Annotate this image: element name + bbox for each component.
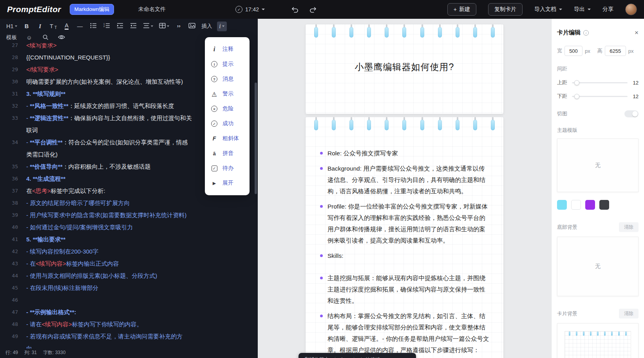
preview-toggle-button[interactable] [56, 33, 66, 43]
ordered-list-button[interactable]: 12 [102, 22, 112, 31]
cursor-column: 列: 31 [24, 349, 37, 356]
code-line[interactable]: 44- 使用与原文相同的排版元素(如小标题、分段方式) [4, 270, 258, 282]
bottom-margin-slider[interactable] [572, 96, 628, 97]
code-line[interactable]: 40- 如何通过金句/提问/案例增强文章吸引力 [4, 221, 258, 233]
code-line[interactable]: 48- 请在<续写内容>标签内写下你续写的内容。 [4, 318, 258, 330]
top-margin-slider[interactable] [572, 82, 628, 83]
bullet-list-button[interactable] [89, 22, 98, 31]
binder-clip [618, 331, 620, 336]
theme-color-swatch[interactable] [557, 200, 567, 210]
editor-toolbar-primary: H1 B I TT A — 12 ” 插入 i [0, 19, 258, 32]
bottom-bg-clear-button[interactable]: 清除 [619, 222, 639, 232]
line-number: 30 [4, 76, 18, 88]
height-label: 高 [597, 47, 602, 54]
theme-color-swatch[interactable] [585, 200, 595, 210]
line-number: 46 [4, 294, 18, 306]
table-button[interactable] [158, 22, 170, 31]
line-text: 向。 [26, 342, 38, 349]
width-input[interactable]: 500 [564, 46, 582, 56]
font-color-button[interactable]: A [62, 22, 72, 31]
font-size-button[interactable]: TT [49, 22, 58, 31]
line-text: - 使用与原文相同的排版元素(如小标题、分段方式) [26, 270, 157, 282]
line-number: 31 [4, 88, 18, 100]
search-button[interactable] [40, 33, 50, 43]
preview-title-card[interactable]: 小墨鹰编辑器如何使用? [306, 24, 503, 114]
copy-card-button[interactable]: 复制卡片 [488, 3, 523, 16]
redo-button[interactable] [309, 6, 317, 13]
new-button[interactable]: +新建 [447, 3, 476, 16]
code-line[interactable]: 45- 在段末用(续)标注新增部分 [4, 282, 258, 294]
code-line[interactable]: 415. **输出要求** [4, 233, 258, 245]
indent-decrease-button[interactable] [128, 22, 138, 31]
line-text: 4. **生成流程** [26, 173, 65, 185]
code-line[interactable]: 43- 在<续写内容>标签内输出正式内容 [4, 257, 258, 270]
line-text: 类需口语化) [26, 148, 58, 160]
indent-increase-button[interactable] [115, 22, 125, 31]
preview-content-card[interactable]: Role: 公众号推文撰写专家Background: 用户需要续写公众号推文，这… [306, 117, 503, 358]
share-button[interactable]: 分享 [602, 6, 613, 13]
code-line[interactable]: 39- 用户续写要求中的隐含需求(如需要数据支撑时补充统计资料) [4, 209, 258, 221]
export-button[interactable]: 导出 [574, 6, 591, 13]
slice-toggle[interactable] [624, 110, 639, 117]
bottom-bg-box[interactable]: 无 [557, 237, 639, 296]
code-line[interactable]: 47- **示例输出格式**: [4, 306, 258, 318]
code-line[interactable]: 49- 若现有内容或续写要求信息不足，请主动询问需要补充的方 [4, 330, 258, 342]
code-line[interactable]: 46 [4, 294, 258, 306]
inline-style-button[interactable]: i [217, 22, 227, 31]
close-icon[interactable]: × [635, 29, 639, 36]
divider-button[interactable]: — [75, 22, 85, 31]
heading-button[interactable]: H1 [5, 22, 18, 31]
sync-status[interactable]: ✓ 17:42 [235, 6, 265, 13]
align-button[interactable] [142, 22, 154, 31]
bold-button[interactable]: B [22, 22, 32, 31]
avatar[interactable] [625, 4, 637, 15]
line-text: 明确需要扩展的方向(如补充案例、深化论点、增加互动性等) [26, 76, 183, 88]
emoji-button[interactable]: ☺ [24, 33, 34, 43]
import-doc-button[interactable]: 导入文档 [534, 6, 562, 13]
code-line[interactable]: 38- 原文的结尾部分暗示了哪些可扩展方向 [4, 197, 258, 209]
markdown-mode-badge[interactable]: Markdown编辑 [70, 4, 114, 15]
insert-menu-item[interactable]: !提示 [205, 57, 250, 72]
binder-clip [438, 24, 442, 38]
document-title[interactable]: 未命名文件 [138, 6, 166, 13]
binder-clip [583, 331, 584, 336]
code-line[interactable]: 42- 续写内容控制在200-300字 [4, 245, 258, 257]
chevron-down-icon [262, 9, 265, 10]
card-bg-clear-button[interactable]: 清除 [619, 309, 639, 318]
template-button[interactable]: 模板 [5, 33, 18, 43]
insert-menu-item[interactable]: F粗斜体 [205, 131, 250, 146]
quote-button[interactable]: ” [174, 22, 184, 31]
insert-menu-item[interactable]: ā拼音 [205, 146, 250, 161]
preview-paragraph: Role: 公众号推文撰写专家 [320, 148, 489, 159]
top-margin-row: 上距 12 [557, 79, 639, 86]
theme-color-swatch[interactable] [599, 200, 609, 210]
line-text: - 在<续写内容>标签内输出正式内容 [26, 257, 119, 270]
translate-button[interactable]: 翻译为英文 [305, 356, 329, 358]
image-icon [188, 23, 195, 30]
height-input[interactable]: 6255 [605, 46, 626, 56]
line-number: 38 [4, 197, 18, 209]
line-text: - **平台调性**：符合公众号的定位(如知识分享类需严谨，情感 [26, 136, 188, 148]
insert-menu-item[interactable]: i注释 [205, 42, 250, 57]
insert-button[interactable]: 插入 [201, 22, 213, 31]
insert-style-menu: i注释!提示?消息△!警示×危险✓成功F粗斜体ā拼音✓待办▶展开 [205, 37, 250, 195]
slider-thumb[interactable] [574, 94, 579, 99]
image-button[interactable] [187, 22, 197, 31]
italic-button[interactable]: I [35, 22, 45, 31]
code-line[interactable]: 向。 [4, 342, 258, 349]
insert-menu-item[interactable]: ✓成功 [205, 116, 250, 131]
markdown-editor-pane: H1 B I TT A — 12 ” 插入 i 模板 ☺ [0, 19, 258, 358]
theme-template-box[interactable]: 无 [557, 139, 639, 192]
insert-menu-item[interactable]: ?消息 [205, 72, 250, 86]
insert-menu-item[interactable]: ▶展开 [205, 176, 250, 191]
insert-menu-item[interactable]: ✓待办 [205, 161, 250, 176]
insert-menu-item[interactable]: ×危险 [205, 101, 250, 116]
insert-menu-item[interactable]: △!警示 [205, 86, 250, 101]
editor-scrollbar[interactable] [255, 83, 257, 194]
bullet-dot [320, 277, 323, 279]
undo-button[interactable] [291, 6, 299, 13]
theme-color-swatch[interactable] [571, 200, 581, 210]
card-bg-box[interactable] [557, 323, 639, 358]
shortcut-button[interactable]: 快捷键 [360, 356, 380, 358]
slider-thumb[interactable] [574, 80, 579, 85]
